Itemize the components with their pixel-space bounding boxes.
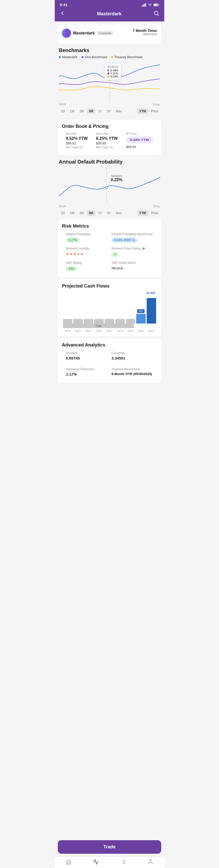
adp-crosshair [106,168,107,204]
best-offer-min: Min Trade (1) [96,146,123,149]
risk-ml-label: Moment Liquidity [66,247,107,250]
benchmarks-title: Benchmarks [59,48,160,53]
filter-1w[interactable]: 1W [68,108,76,114]
risk-pr-val: A [112,252,119,257]
adp-title: Annual Default Probability [59,159,160,165]
filter-5y[interactable]: 5Y [105,108,113,114]
bar-4 [94,319,104,323]
pricing-grid: Best Bid 8.52% YTW $99.81 Min Trade (1) … [62,132,157,151]
adp-tooltip: 06/30/23 0.23% [108,173,125,184]
adp-filter-1y[interactable]: 1Y [96,210,104,216]
bar-col-2 [73,296,83,323]
bar-col-9 [147,296,156,323]
adp-time-filters: 1D 1W 1M 3M 1Y 5Y Max YTW Price [55,209,164,217]
risk-metrics-card: Risk Metrics Default Probability 0.27% D… [58,219,161,277]
adp-filter-1w[interactable]: 1W [68,210,76,216]
paid-bar-row: Paid [63,323,156,328]
tooltip-val-1: 6.48% [107,69,118,72]
risk-metrics-title: Risk Metrics [62,223,157,229]
third-party-price: $99.83 [126,145,153,149]
main-content: Masterdark Corporate 7 Month Tenor 09/20… [55,25,164,428]
adp-chart: 06/30/23 0.23% [59,168,160,204]
risk-sp-watch: S&P Credit Watch Neutral [112,261,153,271]
adp-filter-5y[interactable]: 5Y [105,210,113,216]
legend-treasury: Treasury Benchmark [111,55,143,59]
filter-max[interactable]: Max [114,108,124,114]
bond-identity: Masterdark Corporate [62,29,113,38]
legend-dot-treasury [111,56,113,58]
wifi-icon [148,3,152,6]
bond-logo [62,29,71,38]
adp-filter-3m[interactable]: 3M [87,210,95,216]
adp-filter-price[interactable]: Price [149,210,160,216]
analytics-tb-label: Treasury Benchmark [112,367,153,371]
cf-label-9: 09/24 [147,330,156,332]
risk-dp-benchmark: Default Probability Benchmark 0.43% (RDP… [112,232,153,243]
adp-axis: 09/30 Today [55,204,164,209]
adp-filter-1m[interactable]: 1M [77,210,86,216]
third-party-ytw: 8.44% YTW [129,138,150,142]
third-party-label: 3P Price [126,132,153,135]
axis-start: 09/30 [59,103,66,106]
order-book-title: Order Book & Pricing [62,124,157,129]
bar-9 [147,298,156,323]
cash-top-label: $1,000 [62,291,157,294]
bar-8: $25 [136,314,146,323]
risk-dp-val: 0.27% [66,238,80,243]
nav-header: Masterdark [55,8,164,22]
analytics-spread-val: 1.17% [66,372,107,376]
analytics-spread-label: Spread to Treasuries [66,367,107,371]
svg-rect-3 [145,3,146,7]
adp-filter-max[interactable]: Max [114,210,124,216]
analytics-tb-val: 6-Month OTR (05/30/2024) [112,372,153,376]
filter-1d[interactable]: 1D [59,108,67,114]
bar-col-1 [63,296,72,323]
legend-dot-aaa [81,56,83,58]
filter-1m[interactable]: 1M [77,108,86,114]
risk-moment-liquidity: Moment Liquidity ★★★★★ [66,247,107,257]
back-button[interactable] [60,11,65,17]
legend-aaa: AAA Benchmark [81,55,107,59]
tooltip-val-3: 4.54% [107,75,118,78]
status-bar: 9:41 [55,0,164,8]
adp-filter-ytw[interactable]: YTW [137,210,148,216]
bar-5 [105,319,114,323]
best-offer-label: Best Offer [96,132,123,135]
page-title: Masterdark [97,11,121,17]
analytics-convexity-val: 3.34551 [112,356,153,360]
svg-rect-5 [154,4,157,6]
risk-dp-label: Default Probability [66,232,107,236]
cash-flows-card: Projected Cash Flows $1,000 [58,279,161,336]
benchmark-tooltip: 06/30/23 6.48% 5.31% 4.54% [104,64,121,80]
adp-section: Annual Default Probability 06/30/23 0.23… [55,159,164,217]
svg-rect-2 [144,4,145,7]
risk-spw-val: Neutral [112,266,153,270]
analytics-duration: Duration 0.65745 [66,351,107,360]
filter-1y[interactable]: 1Y [96,108,104,114]
benchmarks-section: Benchmarks Masterdark AAA Benchmark Trea… [55,48,164,116]
third-party-badge: 8.44% YTW [126,136,153,144]
cf-label-2: 03/21 [73,330,83,332]
pulse-dot [143,247,145,250]
risk-default-prob: Default Probability 0.27% [66,232,107,243]
benchmark-time-filters: 1D 1W 1M 3M 1Y 5Y Max YTW Price [55,107,164,116]
best-bid-label: Best Bid [66,132,93,135]
filter-3m[interactable]: 3M [87,108,95,114]
bar-col-3 [84,296,93,323]
search-button[interactable] [153,10,159,17]
filter-ytw[interactable]: YTW [137,108,148,114]
adp-tooltip-date: 06/30/23 [111,175,122,178]
filter-price[interactable]: Price [149,108,160,114]
cf-label-4: 03/22 [94,330,104,332]
cf-label-1: 09/20 [63,330,72,332]
risk-pulse-rating: Moment Pulse Rating A [112,247,153,257]
risk-grid: Default Probability 0.27% Default Probab… [62,232,157,273]
risk-sp-val: AAA [66,266,77,271]
bar-col-8: $25 [136,296,146,323]
legend-label-masterdark: Masterdark [62,55,77,59]
axis-end: Today [153,103,160,106]
bond-tenor: 7 Month Tenor 09/20/2024 [133,29,157,36]
adp-filter-1d[interactable]: 1D [59,210,67,216]
bond-tag: Corporate [97,31,113,35]
bar-1 [63,319,72,323]
